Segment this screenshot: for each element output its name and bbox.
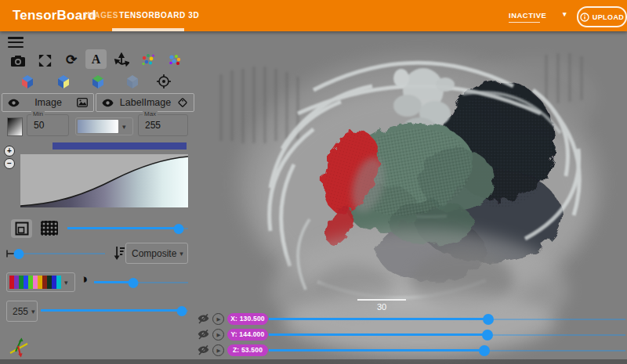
bottom-edge-shadow [0, 359, 627, 364]
app-title: TensorBoard [13, 0, 96, 31]
slider-track [16, 253, 105, 254]
layer-toggle-image[interactable]: Image [2, 93, 94, 112]
expand-arrows-icon [38, 53, 53, 68]
eye-off-icon[interactable] [198, 314, 209, 324]
view-cube-free-button[interactable] [124, 73, 141, 90]
labeled-points-button[interactable] [166, 52, 183, 69]
max-field[interactable]: Max 255 [138, 114, 188, 136]
tag-icon [177, 97, 188, 108]
menu-icon[interactable] [8, 37, 24, 49]
max-field-value: 255 [145, 120, 161, 131]
view-cube-z-button[interactable] [89, 73, 107, 90]
component-dropdown[interactable]: 255 ▾ [6, 301, 38, 322]
slider-handle[interactable] [479, 345, 490, 356]
play-icon: ▶ [217, 332, 221, 338]
slice-y-slider[interactable] [269, 329, 625, 341]
upload-button[interactable]: UPLOAD [577, 6, 627, 27]
transform-gizmo-button[interactable] [113, 52, 130, 69]
zoom-in-button[interactable]: + [4, 146, 15, 157]
play-animation-button[interactable]: ▶ [212, 313, 224, 325]
slice-x-badge[interactable]: X: 130.500 [227, 313, 268, 325]
point-cloud-button[interactable] [140, 52, 157, 69]
play-icon: ▶ [217, 316, 221, 323]
layer-toggle-labelimage[interactable]: LabelImage [96, 93, 194, 112]
slider-handle[interactable] [483, 314, 494, 325]
colormap-gradient-preview [78, 120, 118, 133]
layer-image-label: Image [20, 97, 77, 108]
eye-off-icon[interactable] [198, 345, 209, 355]
slice-z-slider[interactable] [269, 344, 625, 357]
image-icon [77, 98, 88, 107]
zoom-out-button[interactable]: − [4, 158, 15, 169]
slider-handle[interactable] [173, 224, 183, 234]
chevron-down-icon: ▾ [563, 10, 567, 18]
scatter-cluster-icon [167, 52, 183, 68]
annotations-toggle-button[interactable]: A [85, 49, 107, 69]
window-range-bar[interactable] [53, 142, 187, 150]
blend-mode-dropdown[interactable]: Composite ▾ [125, 243, 188, 264]
info-icon [580, 13, 589, 22]
eye-off-icon[interactable] [198, 330, 209, 340]
cube-faded-icon [125, 74, 140, 89]
minus-icon: − [7, 160, 12, 168]
chevron-down-icon: ▾ [64, 279, 68, 287]
chevron-down-icon: ▾ [122, 123, 126, 131]
blend-mode-value: Composite [132, 248, 176, 259]
run-selector-dropdown[interactable]: INACTIVE ▾ [509, 6, 567, 25]
opacity-slider[interactable] [67, 223, 188, 234]
orientation-axes-icon [8, 337, 30, 359]
view-cube-y-button[interactable] [55, 73, 72, 90]
recenter-button[interactable] [155, 73, 172, 90]
min-field[interactable]: Min 50 [27, 114, 69, 136]
slider-fill [269, 333, 487, 336]
slice-z-badge[interactable]: Z: 53.500 [227, 344, 268, 356]
active-tab-indicator [112, 28, 184, 31]
slider-handle[interactable] [14, 249, 24, 259]
scale-bar-label: 30 [362, 302, 401, 312]
cube-green-face-icon [90, 74, 106, 89]
slider-fill [269, 318, 488, 320]
slider-fill [269, 349, 484, 351]
upload-button-label: UPLOAD [593, 13, 624, 21]
run-selector-underline [509, 22, 540, 23]
crosshair-icon [156, 74, 172, 89]
scale-bar [357, 299, 406, 301]
edge-outline-button[interactable] [11, 219, 32, 238]
spacing-slider[interactable] [16, 248, 105, 259]
scatter-points-icon [140, 52, 156, 68]
dither-sampling-icon[interactable] [41, 221, 58, 236]
reset-view-button[interactable] [36, 52, 53, 69]
slider-handle[interactable] [482, 330, 493, 341]
contrast-icon: ◑ [80, 272, 88, 286]
play-animation-button[interactable]: ▶ [212, 329, 224, 341]
component-slider[interactable] [41, 305, 188, 316]
slice-y-badge[interactable]: Y: 144.000 [227, 329, 268, 341]
colormap-dropdown[interactable]: ▾ [75, 117, 133, 135]
play-animation-button[interactable]: ▶ [212, 344, 224, 356]
min-field-value: 50 [34, 120, 44, 131]
max-field-label: Max [143, 111, 158, 117]
slider-fill [41, 309, 182, 312]
nested-squares-icon [15, 222, 29, 236]
grayscale-swatch-button[interactable] [7, 117, 23, 136]
run-selector-value: INACTIVE [509, 11, 546, 20]
screenshot-camera-button[interactable] [9, 52, 27, 69]
app-header: TensorBoard IMAGES TENSORBOARD 3D INACTI… [0, 0, 627, 31]
cube-yellow-face-icon [56, 74, 71, 89]
label-opacity-slider[interactable] [94, 277, 188, 288]
min-field-label: Min [31, 111, 45, 117]
chevron-down-icon: ▾ [31, 308, 35, 315]
tab-tensorboard-3d[interactable]: TENSORBOARD 3D [119, 0, 199, 31]
tab-images[interactable]: IMAGES [85, 0, 118, 31]
label-palette-dropdown[interactable]: ▾ [6, 272, 75, 292]
play-icon: ▶ [217, 348, 221, 354]
slider-handle[interactable] [177, 306, 187, 316]
slice-x-slider[interactable] [269, 313, 625, 326]
slider-handle[interactable] [129, 278, 139, 288]
eye-icon [102, 99, 114, 107]
transfer-function-plot[interactable] [20, 154, 188, 207]
view-cube-x-button[interactable] [19, 73, 36, 90]
rotate-button[interactable]: ⟳ [63, 51, 80, 68]
cube-red-face-icon [20, 74, 35, 89]
chevron-down-icon: ▾ [179, 250, 183, 258]
